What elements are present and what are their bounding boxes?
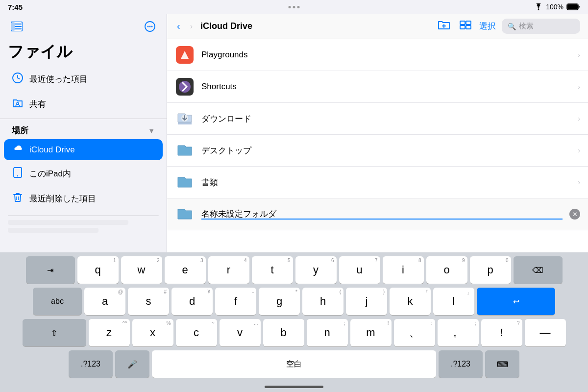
key-numbers-left[interactable]: .?123 (69, 350, 113, 378)
key-tab[interactable]: ⇥ (26, 256, 75, 284)
nav-new-folder-btn[interactable] (436, 18, 452, 35)
key-g[interactable]: * g (259, 288, 300, 315)
svg-rect-24 (460, 25, 465, 29)
key-d[interactable]: ¥ d (172, 288, 213, 315)
file-item-documents[interactable]: 書類 › (167, 167, 588, 198)
file-item-desktop[interactable]: デスクトップ › (167, 135, 588, 167)
shortcuts-chevron: › (578, 83, 580, 91)
svg-point-28 (179, 81, 191, 93)
key-shift-left[interactable]: ⇧ (23, 319, 86, 346)
svg-point-9 (147, 26, 149, 27)
recents-icon (12, 73, 24, 86)
nav-back-btn[interactable]: ‹ (175, 19, 182, 34)
nav-view-toggle-btn[interactable] (458, 19, 473, 34)
key-a[interactable]: @ a (84, 288, 125, 315)
key-n[interactable]: ; n (307, 319, 348, 346)
downloads-icon (175, 109, 195, 128)
sidebar-icon (11, 22, 23, 31)
key-abc[interactable]: abc (33, 288, 82, 315)
new-folder-file-icon (175, 204, 195, 224)
trash-icon (13, 192, 22, 203)
new-folder-name-input[interactable] (201, 209, 563, 220)
status-bar: 7:45 100% (0, 0, 588, 14)
shortcuts-icon (175, 77, 195, 97)
sidebar-item-shared[interactable]: 共有 (4, 93, 163, 116)
key-dash[interactable]: — (525, 319, 566, 346)
nav-select-btn[interactable]: 選択 (479, 21, 496, 32)
cloud-icon (12, 144, 24, 153)
sidebar-item-deleted[interactable]: 最近削除した項目 (4, 187, 163, 210)
key-q[interactable]: 1 q (77, 256, 119, 284)
key-j[interactable]: ) j (346, 288, 387, 315)
svg-point-11 (151, 26, 153, 27)
key-c[interactable]: ~ c (176, 319, 217, 346)
trash-icon (12, 192, 24, 205)
sidebar: ファイル 最近使った項目 共有 (0, 14, 167, 252)
key-k[interactable]: 「 k (390, 288, 431, 315)
svg-point-0 (538, 9, 539, 11)
key-l[interactable]: 」 l (433, 288, 474, 315)
battery-text: 100% (546, 3, 564, 11)
key-space[interactable]: 空白 (152, 350, 436, 378)
key-delete[interactable]: ⌫ (514, 256, 563, 284)
key-excl[interactable]: ? ！ (481, 319, 522, 346)
key-o[interactable]: 9 o (426, 256, 467, 284)
section-header-places: 場所 ▼ (0, 121, 167, 138)
key-h[interactable]: ( h (302, 288, 343, 315)
desktop-chevron: › (578, 147, 580, 154)
status-time: 7:45 (8, 3, 23, 11)
nav-search-bar[interactable]: 🔍 検索 (502, 19, 580, 34)
key-m[interactable]: ! m (350, 319, 392, 346)
status-icons: 100% (534, 3, 580, 11)
section-chevron-places: ▼ (148, 127, 155, 135)
key-i[interactable]: 8 i (383, 256, 424, 284)
more-options-btn[interactable] (141, 18, 159, 35)
documents-name: 書類 (201, 177, 571, 188)
sidebar-item-ipad[interactable]: このiPad内 (4, 162, 163, 185)
file-item-shortcuts[interactable]: Shortcuts › (167, 71, 588, 103)
sidebar-title: ファイル (0, 37, 167, 67)
key-keyboard-dismiss[interactable]: ⌨ (485, 350, 519, 378)
sidebar-toggle-btn[interactable] (8, 18, 25, 35)
sidebar-item-icloud[interactable]: iCloud Drive (4, 139, 163, 160)
key-r[interactable]: 4 r (208, 256, 249, 284)
svg-rect-22 (460, 21, 465, 24)
svg-line-14 (18, 78, 20, 79)
playgrounds-chevron: › (578, 51, 580, 59)
playgrounds-name: Playgrounds (201, 50, 571, 60)
deleted-label: 最近削除した項目 (29, 193, 96, 204)
home-indicator (265, 386, 323, 388)
key-t[interactable]: 5 t (252, 256, 293, 284)
key-b[interactable]: b (263, 319, 304, 346)
tablet-icon (13, 167, 22, 178)
clear-input-btn[interactable]: ✕ (569, 209, 580, 220)
key-u[interactable]: 7 u (339, 256, 380, 284)
section-title-places: 場所 (12, 125, 28, 136)
file-item-downloads[interactable]: ダウンロード › (167, 103, 588, 135)
key-comma[interactable]: : 、 (394, 319, 435, 346)
key-s[interactable]: # s (128, 288, 169, 315)
key-z[interactable]: ^^ z (89, 319, 130, 346)
key-numbers-right[interactable]: .?123 (439, 350, 483, 378)
file-item-playgrounds[interactable]: Playgrounds › (167, 39, 588, 71)
key-x[interactable]: % x (132, 319, 173, 346)
key-return[interactable]: ↩ (477, 288, 555, 315)
key-y[interactable]: 6 y (295, 256, 337, 284)
nav-forward-btn: › (188, 20, 195, 33)
sidebar-item-recents[interactable]: 最近使った項目 (4, 68, 163, 91)
key-e[interactable]: 3 e (165, 256, 206, 284)
svg-rect-23 (466, 21, 471, 24)
key-period[interactable]: ; 。 (438, 319, 479, 346)
svg-rect-4 (11, 22, 15, 31)
key-f[interactable]: - f (215, 288, 256, 315)
app-container: ファイル 最近使った項目 共有 (0, 14, 588, 252)
key-w[interactable]: 2 w (121, 256, 162, 284)
icloud-icon (12, 144, 24, 155)
folder-person-icon (12, 98, 23, 108)
nav-title: iCloud Drive (200, 21, 430, 31)
shared-icon (12, 98, 24, 111)
key-v[interactable]: ... v (220, 319, 261, 346)
key-p[interactable]: 0 p (470, 256, 511, 284)
file-item-new-folder[interactable]: ✕ (167, 198, 588, 230)
key-mic[interactable]: 🎤 (115, 350, 149, 378)
